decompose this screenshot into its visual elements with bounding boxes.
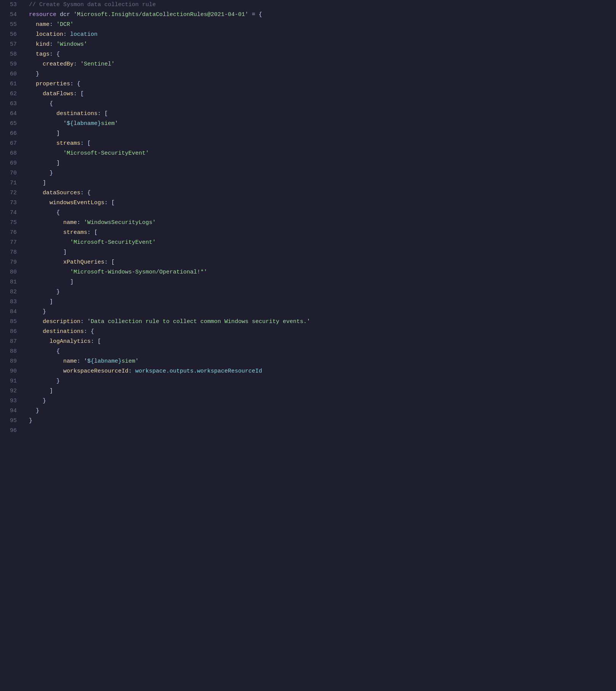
plain-token	[29, 269, 70, 275]
plain-token	[29, 81, 36, 87]
property-token: name	[63, 219, 77, 226]
code-line: logAnalytics: [	[29, 337, 616, 347]
code-line: ]	[29, 178, 616, 188]
plain-token: :	[80, 318, 87, 325]
code-line: }	[29, 416, 616, 426]
plain-token: }	[29, 398, 46, 404]
line-number: 60	[3, 69, 17, 79]
plain-token: ]	[29, 160, 60, 166]
plain-token	[29, 229, 63, 236]
line-number: 67	[3, 139, 17, 149]
string-token: 'Microsoft.Insights/dataCollectionRules@…	[74, 11, 248, 18]
line-number: 78	[3, 248, 17, 258]
code-line: {	[29, 347, 616, 357]
plain-token: ]	[29, 249, 67, 256]
plain-token: ]	[29, 299, 53, 305]
plain-token: : [	[104, 200, 115, 206]
property-token: name	[63, 358, 77, 365]
code-line: }	[29, 307, 616, 317]
code-line: xPathQueries: [	[29, 258, 616, 267]
plain-token	[29, 140, 56, 147]
plain-token: }	[29, 378, 60, 384]
line-number: 92	[3, 386, 17, 396]
code-line: createdBy: 'Sentinel'	[29, 59, 616, 69]
line-number: 77	[3, 238, 17, 248]
plain-token	[29, 31, 36, 38]
plain-token: ]	[29, 388, 53, 394]
plain-token	[29, 110, 56, 117]
plain-token: {	[29, 101, 53, 107]
line-number: 80	[3, 267, 17, 277]
interpolation-token: ${labname}	[87, 358, 122, 365]
string-token: 'Windows'	[56, 41, 87, 48]
plain-token: '	[29, 120, 67, 127]
line-number: 83	[3, 297, 17, 307]
line-number: 93	[3, 396, 17, 406]
code-line: }	[29, 168, 616, 178]
line-number: 79	[3, 258, 17, 267]
plain-token: : {	[50, 51, 60, 58]
plain-token	[29, 150, 63, 157]
code-line: ]	[29, 248, 616, 258]
code-line: streams: [	[29, 228, 616, 238]
plain-token: = {	[248, 11, 262, 18]
property-token: kind	[36, 41, 50, 48]
code-line: name: '${labname}siem'	[29, 357, 616, 366]
code-line: ]	[29, 386, 616, 396]
plain-token	[29, 239, 70, 246]
property-token: description	[43, 318, 80, 325]
plain-token: :	[50, 21, 56, 28]
property-token: streams	[56, 140, 80, 147]
plain-token: ]	[29, 279, 74, 285]
property-token: workspaceResourceId	[63, 368, 128, 374]
line-number: 54	[3, 10, 17, 20]
string-token: 'Data collection rule to collect common …	[87, 318, 310, 325]
line-number: 82	[3, 287, 17, 297]
property-token: createdBy	[43, 61, 74, 67]
line-number: 64	[3, 109, 17, 119]
plain-token	[29, 200, 50, 206]
plain-token: }	[29, 309, 46, 315]
line-number: 81	[3, 277, 17, 287]
property-token: windowsEventLogs	[50, 200, 104, 206]
line-number: 55	[3, 20, 17, 30]
line-number: 86	[3, 327, 17, 337]
line-number: 73	[3, 198, 17, 208]
line-number: 65	[3, 119, 17, 129]
plain-token: }	[29, 417, 32, 424]
plain-token: :	[74, 61, 80, 67]
keyword-token: resource	[29, 11, 56, 18]
interpolation-token: ${labname}	[67, 120, 101, 127]
string-token: 'Sentinel'	[80, 61, 115, 67]
code-content: // Create Sysmon data collection ruleres…	[23, 0, 616, 436]
line-number: 90	[3, 366, 17, 376]
plain-token	[29, 338, 50, 345]
plain-token	[29, 219, 63, 226]
code-line: 'Microsoft-Windows-Sysmon/Operational!*'	[29, 267, 616, 277]
line-number: 63	[3, 99, 17, 109]
string-token: 'Microsoft-SecurityEvent'	[70, 239, 156, 246]
plain-token: : '	[77, 358, 87, 365]
line-number: 70	[3, 168, 17, 178]
property-token: tags	[36, 51, 50, 58]
code-line: properties: {	[29, 79, 616, 89]
code-line: windowsEventLogs: [	[29, 198, 616, 208]
plain-token	[29, 41, 36, 48]
plain-token: : {	[80, 190, 91, 196]
plain-token	[29, 91, 43, 97]
string-token: 'DCR'	[56, 21, 74, 28]
line-number: 94	[3, 406, 17, 416]
line-number: 62	[3, 89, 17, 99]
code-line: name: 'WindowsSecurityLogs'	[29, 218, 616, 228]
code-line: workspaceResourceId: workspace.outputs.w…	[29, 366, 616, 376]
code-line: description: 'Data collection rule to co…	[29, 317, 616, 327]
plain-token: :	[128, 368, 135, 374]
plain-token	[29, 21, 36, 28]
variable-token: workspace.outputs.workspaceResourceId	[135, 368, 262, 374]
line-number: 85	[3, 317, 17, 327]
line-number: 84	[3, 307, 17, 317]
plain-token: :	[50, 41, 56, 48]
line-number: 57	[3, 40, 17, 50]
code-line: {	[29, 99, 616, 109]
code-line: dataSources: {	[29, 188, 616, 198]
